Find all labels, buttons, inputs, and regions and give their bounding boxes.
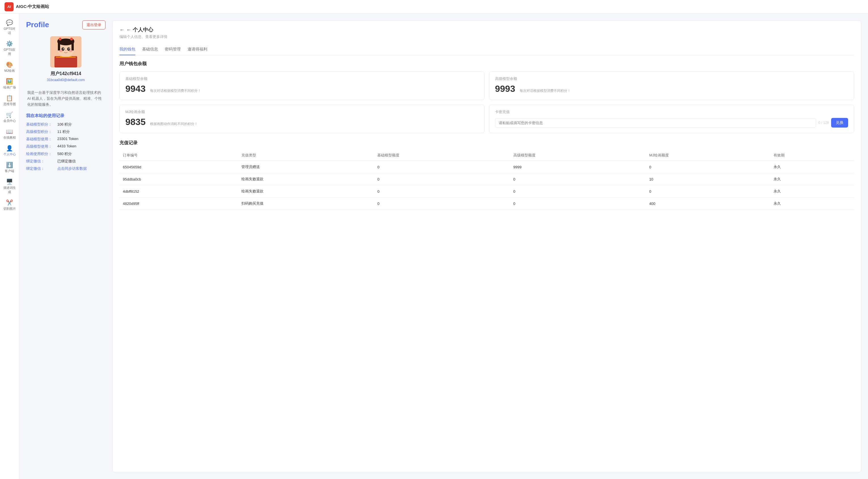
cell-mj: 10 [646,173,770,185]
sidebar-label: 描述词生成 [3,186,16,194]
cell-type: 管理员赠送 [238,161,374,173]
mj-draw-title: MJ绘画余额 [125,109,478,114]
back-label[interactable]: ← 个人中心 [126,26,153,33]
profile-area: Profile 退出登录 [26,21,861,472]
cell-advanced: 9999 [510,161,646,173]
avatar [50,36,82,67]
usage-row: 基础模型积分： 106 积分 [26,122,105,127]
svg-point-11 [70,38,73,40]
table-row: 4820d95ff 扫码购买充值 0 0 400 永久 [119,198,854,210]
usage-value: 23301 Token [57,137,78,142]
mj-draw-row: 9835 根据画图动作消耗不同的积分！ [125,117,478,127]
chat-icon: 💬 [6,20,13,26]
table-row: 95ddba0cb 绘画失败退款 0 0 10 永久 [119,173,854,185]
svg-point-10 [59,38,62,40]
table-row: 4dbff8152 绘画失败退款 0 0 0 永久 [119,185,854,198]
right-panel: ← ← 个人中心 编辑个人信息、查看更多详情 我的钱包 基础信息 密码管理 邀请… [112,21,861,472]
cell-mj: 0 [646,161,770,173]
logout-button[interactable]: 退出登录 [82,21,105,30]
sidebar-item-client[interactable]: ⬇️ 客户端 [1,159,18,176]
svg-rect-21 [56,57,76,58]
wallet-title: 用户钱包余额 [119,61,854,67]
usage-label: 高级模型使用： [26,144,57,149]
person-icon: 👤 [6,145,13,151]
mj-draw-desc: 根据画图动作消耗不同的积分！ [150,122,198,127]
sidebar-item-mj-draw[interactable]: 🎨 MJ绘画 [1,59,18,76]
usage-row: 基础模型使用： 23301 Token [26,137,105,142]
sidebar-item-mindmap[interactable]: 📋 思维导图 [1,92,18,109]
tab-invite[interactable]: 邀请得福利 [187,44,207,55]
usage-row: 绑定微信： 点击同步访客数据 [26,166,105,171]
usage-section: 我在本站的使用记录 基础模型积分： 106 积分 高级模型积分： 11 积分 基… [26,113,105,171]
usage-label: 基础模型使用： [26,137,57,142]
gallery-icon: 🖼️ [6,78,13,84]
cell-validity: 永久 [770,161,854,173]
download-icon: ⬇️ [6,162,13,168]
wallet-cards: 基础模型余额 9943 每次对话根据模型消费不同积分！ 高级模型余额 9993 … [119,71,854,133]
sidebar-item-tutorials[interactable]: 📖 在线教程 [1,126,18,143]
table-row: 65045659d 管理员赠送 0 9999 0 永久 [119,161,854,173]
redeem-input[interactable] [495,118,816,128]
cell-basic: 0 [374,198,510,210]
basic-model-amount: 9943 [125,83,146,94]
tab-wallet[interactable]: 我的钱包 [119,44,135,55]
tab-basic-info[interactable]: 基础信息 [142,44,158,55]
sidebar-item-member[interactable]: 🛒 会员中心 [1,109,18,126]
col-type: 充值类型 [238,150,374,161]
usage-row: 绘画使用积分： 580 积分 [26,151,105,157]
basic-model-desc: 每次对话根据模型消费不同积分！ [150,89,201,93]
cell-validity: 永久 [770,198,854,210]
sidebar-label: 会员中心 [3,119,16,123]
panel-header: ← ← 个人中心 编辑个人信息、查看更多详情 [119,26,854,39]
topbar: AI AIGC-中文绘画站 [0,0,868,13]
usage-value-link[interactable]: 点击同步访客数据 [57,166,87,171]
sidebar-label: 思维导图 [3,102,16,106]
mj-draw-card: MJ绘画余额 9835 根据画图动作消耗不同的积分！ [119,105,485,133]
username: 用户142cf9414 [51,71,82,77]
mindmap-icon: 📋 [6,95,13,101]
records-table: 订单编号 充值类型 基础模型额度 高级模型额度 MJ绘画额度 有效期 65045… [119,150,854,210]
sidebar-item-gpts-chat[interactable]: 💬 GPTS对话 [1,17,18,38]
usage-value: 11 积分 [57,129,70,134]
app-title: AIGC-中文绘画站 [16,4,49,9]
redeem-card: 卡密充值 0 / 128 兑换 [489,105,854,133]
cell-mj: 0 [646,185,770,198]
sidebar-item-gpts-apps[interactable]: ⚙️ GPTS应用 [1,38,18,59]
avatar-section: 用户142cf9414 31bcaa0d0@default.com [26,36,105,85]
cell-type: 扫码购买充值 [238,198,374,210]
sidebar-label: 在线教程 [3,135,16,140]
usage-label: 基础模型积分： [26,122,57,127]
records-title: 充值记录 [119,140,854,146]
book-icon: 📖 [6,129,13,134]
panel-subtitle: 编辑个人信息、查看更多详情 [119,34,854,39]
advanced-model-amount: 9993 [495,83,515,94]
redeem-row: 0 / 128 兑换 [495,118,848,128]
sidebar-label: 客户端 [5,169,14,173]
mj-draw-amount: 9835 [125,117,146,127]
back-icon: ← [119,27,125,33]
sidebar-label: MJ绘画 [4,69,15,73]
redeem-button[interactable]: 兑换 [831,118,848,128]
logo-icon: AI [4,2,13,11]
basic-model-row: 9943 每次对话根据模型消费不同积分！ [125,83,478,94]
cell-order: 4820d95ff [119,198,238,210]
cell-type: 绘画失败退款 [238,185,374,198]
usage-value: 已绑定微信 [57,159,76,164]
sidebar-item-cut-image[interactable]: ✂️ 切割图片 [1,197,18,214]
sidebar-item-gallery[interactable]: 🖼️ 绘画广场 [1,76,18,92]
app-logo: AI AIGC-中文绘画站 [4,2,49,11]
svg-point-17 [68,48,69,49]
advanced-model-title: 高级模型余额 [495,76,848,81]
usage-title: 我在本站的使用记录 [26,113,105,118]
cell-basic: 0 [374,161,510,173]
sidebar-item-prompt-gen[interactable]: 🖥️ 描述词生成 [1,176,18,197]
usage-value: 106 积分 [57,122,72,127]
usage-row: 高级模型积分： 11 积分 [26,129,105,134]
tab-password[interactable]: 密码管理 [165,44,181,55]
advanced-model-desc: 每次对话根据模型消费不同积分！ [520,89,571,93]
cell-advanced: 0 [510,185,646,198]
cell-validity: 永久 [770,185,854,198]
advanced-model-card: 高级模型余额 9993 每次对话根据模型消费不同积分！ [489,71,854,100]
sidebar-item-personal[interactable]: 👤 个人中心 [1,143,18,159]
svg-point-19 [69,50,73,52]
